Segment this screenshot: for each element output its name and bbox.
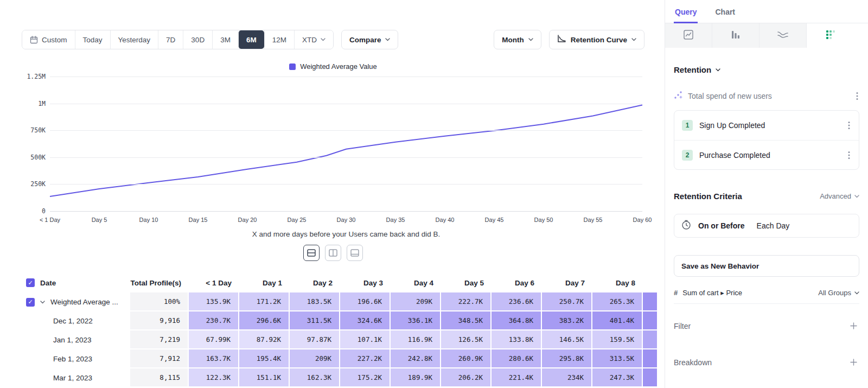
- granularity-button[interactable]: Month: [494, 30, 541, 49]
- flows-icon: [777, 30, 789, 41]
- retention-value-cell[interactable]: 222.7K: [441, 292, 492, 311]
- layout-split-horizontal-button[interactable]: [303, 245, 320, 261]
- advanced-toggle[interactable]: Advanced: [820, 192, 859, 200]
- total-profiles-cell: 9,916: [130, 311, 189, 330]
- retention-value-cell[interactable]: 171.2K: [239, 292, 290, 311]
- select-all-checkbox[interactable]: ✓: [26, 278, 35, 287]
- chart-style-button[interactable]: Retention Curve: [549, 30, 644, 49]
- kebab-menu-icon[interactable]: [847, 120, 851, 131]
- x-axis-label: Day 50: [534, 217, 553, 223]
- retention-value-cell[interactable]: 135.9K: [189, 292, 239, 311]
- header-cell: Day 6: [492, 273, 542, 292]
- retention-value-cell[interactable]: 175.2K: [340, 368, 391, 387]
- toolbar: CustomTodayYesterday7D30D3M6M12MXTD Comp…: [22, 30, 644, 49]
- retention-value-cell[interactable]: 260.9K: [441, 349, 492, 368]
- layout-split-vertical-button[interactable]: [325, 245, 341, 261]
- range-label: 7D: [166, 36, 175, 44]
- x-axis-label: Day 45: [485, 217, 504, 223]
- retention-value-cell[interactable]: 116.9K: [391, 330, 441, 349]
- range-7d-button[interactable]: 7D: [158, 30, 183, 49]
- retention-value-cell[interactable]: 348.5K: [441, 311, 492, 330]
- retention-value-cell[interactable]: 183.5K: [290, 292, 340, 311]
- retention-value-cell[interactable]: 151.1K: [239, 368, 290, 387]
- chart-type-flows-button[interactable]: [760, 23, 807, 48]
- retention-value-cell[interactable]: 336.1K: [391, 311, 441, 330]
- step-row-2[interactable]: 2 Purchase Completed: [674, 140, 859, 169]
- retention-value-cell[interactable]: 159.5K: [592, 330, 643, 349]
- chevron-down-icon[interactable]: [40, 301, 45, 304]
- retention-value-cell[interactable]: 247.3K: [592, 368, 643, 387]
- retention-value-cell[interactable]: 87.92K: [239, 330, 290, 349]
- gridline: [50, 184, 642, 185]
- retention-value-cell[interactable]: 67.99K: [189, 330, 239, 349]
- table-row: Feb 1, 20237,912163.7K195.4K209K227.2K24…: [22, 349, 665, 368]
- retention-value-cell[interactable]: 280.6K: [492, 349, 542, 368]
- compare-button[interactable]: Compare: [341, 30, 399, 49]
- range-30d-button[interactable]: 30D: [183, 30, 212, 49]
- header-label: Date: [40, 279, 56, 287]
- retention-value-cell[interactable]: 209K: [391, 292, 441, 311]
- retention-value-cell[interactable]: 383.2K: [542, 311, 592, 330]
- retention-value-cell[interactable]: 296.6K: [239, 311, 290, 330]
- retention-value-cell[interactable]: 163.7K: [189, 349, 239, 368]
- retention-value-cell[interactable]: 126.5K: [441, 330, 492, 349]
- retention-value-cell[interactable]: 324.6K: [340, 311, 391, 330]
- retention-criteria-row[interactable]: On or Before Each Day: [674, 214, 859, 238]
- retention-value-cell[interactable]: 209K: [290, 349, 340, 368]
- retention-value-cell[interactable]: 250.7K: [542, 292, 592, 311]
- retention-value-cell[interactable]: 133.8K: [492, 330, 542, 349]
- retention-value-cell[interactable]: 311.5K: [290, 311, 340, 330]
- range-12m-button[interactable]: 12M: [264, 30, 294, 49]
- add-breakdown-button[interactable]: [848, 357, 859, 368]
- retention-value-cell[interactable]: 195.4K: [239, 349, 290, 368]
- range-xtd-button[interactable]: XTD: [294, 30, 333, 49]
- range-custom-button[interactable]: Custom: [22, 30, 75, 49]
- measurement-row[interactable]: # Sum of cart ▸ Price All Groups: [674, 282, 859, 304]
- save-behavior-button[interactable]: Save as New Behavior: [674, 255, 859, 277]
- retention-value-cell[interactable]: 295.8K: [542, 349, 592, 368]
- retention-report-app: CustomTodayYesterday7D30D3M6M12MXTD Comp…: [0, 0, 868, 388]
- retention-value-cell[interactable]: 230.7K: [189, 311, 239, 330]
- retention-value-cell[interactable]: 234K: [542, 368, 592, 387]
- retention-value-cell[interactable]: 221.4K: [492, 368, 542, 387]
- chart-type-insights-button[interactable]: [665, 23, 712, 48]
- table-overflow-cell: [643, 330, 657, 349]
- layout-bottom-panel-button[interactable]: [347, 245, 363, 261]
- range-today-button[interactable]: Today: [75, 30, 110, 49]
- retention-value-cell[interactable]: 265.3K: [592, 292, 643, 311]
- retention-value-cell[interactable]: 401.4K: [592, 311, 643, 330]
- retention-value-cell[interactable]: 196.6K: [340, 292, 391, 311]
- total-profiles-cell: 100%: [130, 292, 189, 311]
- step-number-badge: 1: [682, 120, 693, 131]
- retention-value-cell[interactable]: 227.2K: [340, 349, 391, 368]
- retention-value-cell[interactable]: 236.6K: [492, 292, 542, 311]
- step-row-1[interactable]: 1 Sign Up Completed: [674, 111, 859, 140]
- retention-grid-icon: [826, 30, 835, 41]
- retention-value-cell[interactable]: 97.87K: [290, 330, 340, 349]
- chart-type-retention-button[interactable]: [807, 23, 854, 48]
- retention-value-cell[interactable]: 162.3K: [290, 368, 340, 387]
- retention-value-cell[interactable]: 313.5K: [592, 349, 643, 368]
- tab-chart[interactable]: Chart: [714, 8, 736, 23]
- retention-value-cell[interactable]: 146.5K: [542, 330, 592, 349]
- retention-value-cell[interactable]: 206.2K: [441, 368, 492, 387]
- range-6m-button[interactable]: 6M: [238, 30, 264, 49]
- step-label: Purchase Completed: [699, 151, 840, 160]
- kebab-menu-icon[interactable]: [855, 91, 859, 101]
- retention-value-cell[interactable]: 107.1K: [340, 330, 391, 349]
- layout-toggles: [22, 245, 644, 261]
- header-cell: Day 3: [340, 273, 391, 292]
- row-checkbox[interactable]: ✓: [26, 298, 35, 307]
- retention-value-cell[interactable]: 122.3K: [189, 368, 239, 387]
- range-yesterday-button[interactable]: Yesterday: [110, 30, 158, 49]
- retention-value-cell[interactable]: 189.9K: [391, 368, 441, 387]
- tab-query[interactable]: Query: [674, 8, 698, 23]
- range-3m-button[interactable]: 3M: [212, 30, 238, 49]
- groups-dropdown[interactable]: All Groups: [818, 289, 859, 297]
- add-filter-button[interactable]: [848, 320, 859, 332]
- report-type-selector[interactable]: Retention: [665, 65, 868, 74]
- retention-value-cell[interactable]: 364.8K: [492, 311, 542, 330]
- chart-type-funnel-button[interactable]: [712, 23, 760, 48]
- retention-value-cell[interactable]: 242.8K: [391, 349, 441, 368]
- kebab-menu-icon[interactable]: [847, 150, 851, 161]
